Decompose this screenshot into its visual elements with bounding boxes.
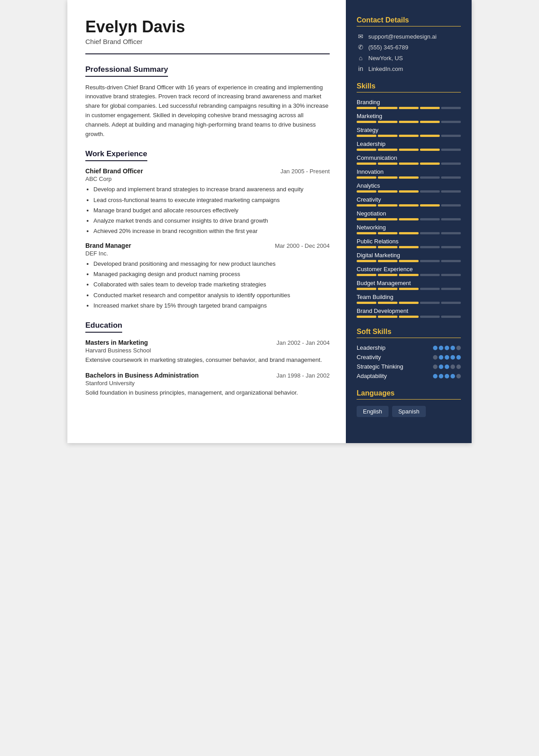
email-icon: ✉	[357, 33, 365, 40]
skill-segment	[357, 218, 376, 220]
skill-segment	[357, 190, 376, 193]
skill-row: Communication	[357, 154, 461, 165]
skill-segment	[378, 135, 398, 137]
skill-segment	[441, 232, 461, 234]
job-2: Brand Manager Mar 2000 - Dec 2004 DEF In…	[85, 242, 330, 310]
skill-segment	[399, 246, 419, 248]
skill-segment	[399, 218, 419, 220]
skill-segment	[378, 107, 398, 109]
dot	[439, 365, 443, 369]
right-panel: Contact Details ✉ support@resumedesign.a…	[346, 0, 472, 443]
skill-segment	[378, 260, 398, 262]
skill-segment	[399, 260, 419, 262]
skill-name: Creativity	[357, 196, 461, 203]
soft-skill-row: Strategic Thinking	[357, 363, 461, 370]
edu-1-date: Jan 2002 - Jan 2004	[276, 339, 330, 346]
skill-bar	[357, 204, 461, 207]
list-item: Collaborated with sales team to develop …	[93, 280, 330, 289]
skill-bar	[357, 176, 461, 179]
skill-row: Customer Experience	[357, 266, 461, 276]
skill-segment	[420, 218, 440, 220]
dot	[451, 355, 455, 360]
skill-name: Budget Management	[357, 280, 461, 286]
skill-segment	[357, 288, 376, 290]
skill-name: Negotiation	[357, 210, 461, 217]
skills-heading: Skills	[357, 82, 461, 92]
skill-row: Public Relations	[357, 238, 461, 248]
skill-row: Strategy	[357, 127, 461, 137]
soft-skill-dots	[433, 365, 461, 369]
languages-heading: Languages	[357, 389, 461, 400]
job-1-bullets: Develop and implement brand strategies t…	[93, 185, 330, 236]
location-icon: ⌂	[357, 54, 365, 62]
skill-segment	[378, 246, 398, 248]
soft-skill-row: Creativity	[357, 354, 461, 360]
skill-bar	[357, 274, 461, 276]
skill-segment	[420, 107, 440, 109]
skill-segment	[378, 149, 398, 151]
soft-skill-dots	[433, 374, 461, 378]
skill-segment	[441, 190, 461, 193]
skill-bar	[357, 232, 461, 234]
skill-segment	[420, 302, 440, 304]
dot	[445, 346, 449, 350]
summary-text: Results-driven Chief Brand Officer with …	[85, 83, 330, 139]
skill-segment	[357, 163, 376, 165]
job-2-date: Mar 2000 - Dec 2004	[275, 242, 330, 249]
skill-segment	[441, 246, 461, 248]
soft-skill-name: Leadership	[357, 344, 385, 351]
skill-row: Digital Marketing	[357, 252, 461, 262]
skill-bar	[357, 135, 461, 137]
skill-segment	[441, 135, 461, 137]
skill-bar	[357, 218, 461, 220]
skill-name: Innovation	[357, 168, 461, 175]
skill-bar	[357, 260, 461, 262]
dot	[456, 374, 461, 378]
skill-segment	[441, 176, 461, 179]
skill-segment	[399, 232, 419, 234]
skill-name: Marketing	[357, 113, 461, 119]
skill-name: Customer Experience	[357, 266, 461, 273]
skill-bar	[357, 316, 461, 318]
skill-bar	[357, 163, 461, 165]
list-item: Achieved 20% increase in brand recogniti…	[93, 227, 330, 236]
name: Evelyn Davis	[85, 18, 330, 36]
skill-segment	[420, 204, 440, 207]
job-1: Chief Brand Officer Jan 2005 - Present A…	[85, 167, 330, 236]
soft-skill-name: Adaptability	[357, 373, 387, 379]
skill-segment	[441, 218, 461, 220]
linkedin-icon: in	[357, 65, 365, 72]
dot	[456, 355, 461, 360]
dot	[433, 374, 437, 378]
soft-skills-list: LeadershipCreativityStrategic ThinkingAd…	[357, 344, 461, 379]
skill-segment	[378, 121, 398, 123]
skill-bar	[357, 121, 461, 123]
skill-segment	[441, 107, 461, 109]
skill-segment	[378, 232, 398, 234]
skill-row: Branding	[357, 99, 461, 109]
skill-bar	[357, 288, 461, 290]
resume-container: Evelyn Davis Chief Brand Officer Profess…	[67, 0, 472, 443]
skill-segment	[441, 121, 461, 123]
edu-1-school: Harvard Business School	[85, 347, 330, 354]
skill-name: Analytics	[357, 182, 461, 189]
skill-bar	[357, 107, 461, 109]
skill-bar	[357, 302, 461, 304]
skills-list: BrandingMarketingStrategyLeadershipCommu…	[357, 99, 461, 318]
dot	[439, 346, 443, 350]
skill-segment	[399, 121, 419, 123]
skill-segment	[399, 274, 419, 276]
skill-segment	[441, 260, 461, 262]
skill-name: Networking	[357, 224, 461, 231]
contact-email: ✉ support@resumedesign.ai	[357, 33, 461, 40]
soft-skill-row: Leadership	[357, 344, 461, 351]
dot	[456, 346, 461, 350]
skill-segment	[378, 288, 398, 290]
skill-segment	[378, 163, 398, 165]
language-tag: English	[357, 406, 389, 417]
skill-segment	[399, 190, 419, 193]
job-2-company: DEF Inc.	[85, 250, 330, 257]
contact-section: Contact Details ✉ support@resumedesign.a…	[357, 16, 461, 72]
edu-1-degree: Masters in Marketing	[85, 339, 148, 346]
experience-heading: Work Experience	[85, 149, 147, 161]
